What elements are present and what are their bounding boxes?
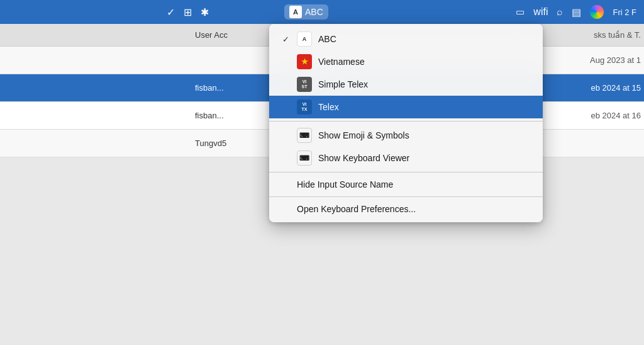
menu-item-telex[interactable]: VITX Telex (269, 96, 543, 118)
grid-icon[interactable]: ⊞ (184, 6, 192, 18)
col-right-header: sks tuần & T. (594, 30, 644, 40)
input-source-icon: A (289, 6, 302, 18)
menu-item-simple-telex[interactable]: VIST Simple Telex (269, 73, 543, 96)
row4-right: eb 2024 at 16 (591, 111, 644, 120)
hide-input-source-label: Hide Input Source Name (297, 179, 531, 189)
menu-item-abc[interactable]: ✓ A ABC (269, 28, 543, 50)
row2-right: Aug 2023 at 1 (590, 55, 644, 65)
abc-icon: A (297, 31, 312, 47)
input-source-menu-button[interactable]: A ABC (284, 4, 328, 20)
open-keyboard-prefs-label: Open Keyboard Preferences... (297, 204, 531, 214)
input-source-label: ABC (305, 7, 323, 17)
simple-telex-label: Simple Telex (318, 79, 531, 89)
abc-label: ABC (318, 34, 531, 44)
check-icon[interactable]: ✓ (167, 6, 175, 18)
separator-1 (269, 121, 543, 122)
menu-item-show-emoji[interactable]: ⌨ Show Emoji & Symbols (269, 124, 543, 147)
battery-icon: ▭ (516, 6, 525, 18)
show-keyboard-label: Show Keyboard Viewer (318, 153, 531, 163)
row4-name: fisban... (195, 111, 224, 120)
separator-3 (269, 196, 543, 197)
telex-label: Telex (318, 102, 531, 112)
check-mark: ✓ (280, 35, 291, 44)
show-emoji-label: Show Emoji & Symbols (318, 130, 531, 140)
row3-name: fisban... (195, 83, 224, 93)
emoji-icon: ⌨ (297, 128, 312, 143)
vietnamese-label: Vietnamese (318, 57, 531, 67)
siri-icon[interactable] (590, 5, 604, 19)
simple-telex-icon: VIST (297, 77, 312, 92)
menubar-time: Fri 2 F (613, 8, 636, 17)
bluetooth-icon[interactable]: ✱ (201, 6, 209, 18)
user-acc-label: User Acc (195, 30, 228, 40)
display-icon[interactable]: ▤ (572, 6, 581, 18)
vietnamese-icon (297, 54, 312, 69)
search-icon[interactable]: ⌕ (557, 6, 563, 18)
separator-2 (269, 172, 543, 172)
keyboard-icon: ⌨ (297, 150, 312, 166)
input-source-dropdown: ✓ A ABC Vietnamese VIST Simple Telex VIT… (269, 24, 543, 222)
menu-item-hide-input-source[interactable]: Hide Input Source Name (269, 175, 543, 194)
row5-name: Tungvd5 (195, 139, 226, 148)
menu-item-vietnamese[interactable]: Vietnamese (269, 50, 543, 73)
wifi-icon[interactable]: wifi (533, 6, 548, 18)
telex-icon: VITX (297, 99, 312, 115)
menu-item-open-keyboard-prefs[interactable]: Open Keyboard Preferences... (269, 200, 543, 218)
menu-item-show-keyboard[interactable]: ⌨ Show Keyboard Viewer (269, 147, 543, 169)
row3-right: eb 2024 at 15 (591, 83, 644, 93)
menu-bar: ✓ ⊞ ✱ A ABC ▭ wifi ⌕ ▤ Fri 2 F (0, 0, 644, 24)
